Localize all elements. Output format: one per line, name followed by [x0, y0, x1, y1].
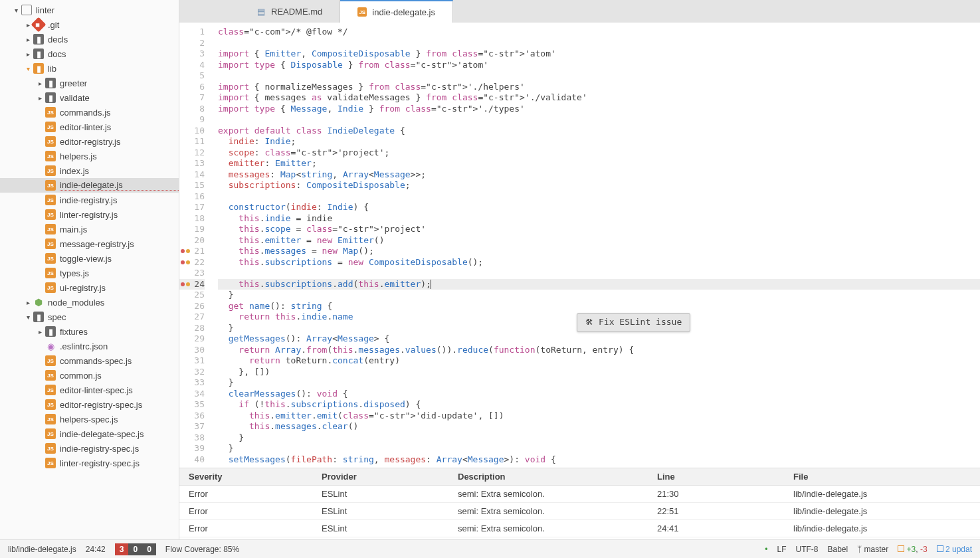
- tree-item-docs[interactable]: ▸▮docs: [0, 46, 179, 61]
- line-number[interactable]: 18: [179, 213, 205, 225]
- tree-item-helpers-js[interactable]: JShelpers.js: [0, 149, 179, 163]
- tree-item-greeter[interactable]: ▸▮greeter: [0, 76, 179, 90]
- tree-item-linter-registry-js[interactable]: JSlinter-registry.js: [0, 207, 179, 222]
- line-number[interactable]: 17: [179, 202, 205, 213]
- status-encoding[interactable]: UTF-8: [796, 545, 819, 554]
- line-number[interactable]: 10: [179, 126, 205, 137]
- col-line[interactable]: Line: [648, 468, 784, 485]
- tree-item-lib[interactable]: ▾▮lib: [0, 61, 179, 76]
- tree-item-types-js[interactable]: JStypes.js: [0, 266, 179, 280]
- line-number[interactable]: 28: [179, 323, 205, 334]
- code-line[interactable]: subscriptions: CompositeDisposable;: [218, 180, 980, 191]
- code-line[interactable]: }: [218, 290, 980, 301]
- code-line[interactable]: import { normalizeMessages } from class=…: [218, 82, 980, 93]
- code-line[interactable]: messages: Map<string, Array<Message>>;: [218, 169, 980, 181]
- flow-coverage[interactable]: Flow Coverage: 85%: [165, 545, 239, 554]
- tree-item-message-registry-js[interactable]: JSmessage-registry.js: [0, 236, 179, 251]
- tab-indie-delegate-js[interactable]: JSindie-delegate.js: [340, 0, 453, 23]
- code-line[interactable]: [218, 191, 980, 203]
- code-line[interactable]: scope: class="c-str">'project';: [218, 147, 980, 159]
- line-number[interactable]: 39: [179, 443, 205, 454]
- col-description[interactable]: Description: [448, 468, 648, 485]
- line-number[interactable]: 8: [179, 104, 205, 115]
- code-line[interactable]: }: [218, 377, 980, 389]
- line-number[interactable]: 30: [179, 345, 205, 356]
- code-line[interactable]: [218, 38, 980, 49]
- line-number[interactable]: 35: [179, 399, 205, 411]
- code-line[interactable]: import type { Message, Indie } from clas…: [218, 104, 980, 115]
- tree-item-helpers-spec-js[interactable]: JShelpers-spec.js: [0, 412, 179, 426]
- code-line[interactable]: if (!this.subscriptions.disposed) {: [218, 399, 980, 411]
- tree-item-indie-delegate-js[interactable]: JSindie-delegate.js: [0, 178, 179, 193]
- tab-README-md[interactable]: ▤README.md: [239, 0, 340, 23]
- linter-row[interactable]: ErrorESLintsemi: Extra semicolon.24:41li…: [179, 520, 980, 537]
- code-line[interactable]: this.emitter.emit(class="c-str">'did-upd…: [218, 411, 980, 422]
- line-number[interactable]: 15: [179, 180, 205, 191]
- tree-item-toggle-view-js[interactable]: JStoggle-view.js: [0, 251, 179, 266]
- col-file[interactable]: File: [784, 468, 980, 485]
- status-language[interactable]: Babel: [828, 545, 848, 554]
- tree-item-ui-registry-js[interactable]: JSui-registry.js: [0, 280, 179, 295]
- line-number[interactable]: 22: [179, 257, 205, 268]
- tree-item-node-modules[interactable]: ▸⬢node_modules: [0, 295, 179, 310]
- status-path[interactable]: lib/indie-delegate.js: [8, 545, 76, 554]
- tree-item-fixtures[interactable]: ▸▮fixtures: [0, 324, 179, 339]
- line-number[interactable]: 31: [179, 355, 205, 367]
- tree-item-common-js[interactable]: JScommon.js: [0, 368, 179, 383]
- git-branch[interactable]: ᛘ master: [857, 545, 888, 554]
- tree-item--eslintrc-json[interactable]: ◉.eslintrc.json: [0, 339, 179, 353]
- code-line[interactable]: }: [218, 432, 980, 444]
- quickfix-tooltip[interactable]: Fix ESLint issue: [577, 313, 690, 332]
- line-number[interactable]: 9: [179, 114, 205, 126]
- linter-badges[interactable]: 3 0 0: [115, 543, 156, 555]
- tree-item-validate[interactable]: ▸▮validate: [0, 90, 179, 105]
- code-line[interactable]: this.scope = class="c-str">'project': [218, 224, 980, 235]
- line-number[interactable]: 29: [179, 333, 205, 345]
- line-number[interactable]: 14: [179, 169, 205, 181]
- tree-item-indie-delegate-spec-js[interactable]: JSindie-delegate-spec.js: [0, 426, 179, 441]
- code-line[interactable]: this.subscriptions = new CompositeDispos…: [218, 257, 980, 268]
- line-number[interactable]: 36: [179, 411, 205, 422]
- code-line[interactable]: import { messages as validateMessages } …: [218, 92, 980, 104]
- code-line[interactable]: setMessages(filePath: string, messages: …: [218, 454, 980, 466]
- line-number[interactable]: 12: [179, 147, 205, 159]
- linter-row[interactable]: ErrorESLintsemi: Extra semicolon.21:30li…: [179, 486, 980, 503]
- line-number[interactable]: 25: [179, 290, 205, 301]
- line-number[interactable]: 32: [179, 367, 205, 378]
- line-number[interactable]: 5: [179, 70, 205, 82]
- line-number[interactable]: 20: [179, 235, 205, 246]
- code-line[interactable]: this.messages = new Map();: [218, 246, 980, 257]
- tree-item-editor-registry-spec-js[interactable]: JSeditor-registry-spec.js: [0, 397, 179, 412]
- code-line[interactable]: export default class IndieDelegate {: [218, 126, 980, 137]
- status-eol[interactable]: LF: [777, 545, 786, 554]
- tree-item-linter[interactable]: ▾linter: [0, 3, 179, 17]
- tree-item-editor-linter-js[interactable]: JSeditor-linter.js: [0, 120, 179, 134]
- code-line[interactable]: this.indie = indie: [218, 213, 980, 225]
- tree-item-spec[interactable]: ▾▮spec: [0, 310, 179, 324]
- code-line[interactable]: }, []): [218, 367, 980, 378]
- code-line[interactable]: constructor(indie: Indie) {: [218, 202, 980, 213]
- code-line[interactable]: class="c-com">/* @flow */: [218, 27, 980, 38]
- file-tree[interactable]: ▾linter▸◆.git▸▮decls▸▮docs▾▮lib▸▮greeter…: [0, 0, 179, 539]
- linter-row[interactable]: ErrorESLintsemi: Extra semicolon.22:51li…: [179, 503, 980, 520]
- line-number[interactable]: 27: [179, 312, 205, 323]
- line-number[interactable]: 13: [179, 158, 205, 169]
- line-number[interactable]: 7: [179, 92, 205, 104]
- code-line[interactable]: this.messages.clear(): [218, 421, 980, 432]
- git-diff[interactable]: +3, -3: [898, 545, 927, 554]
- line-number[interactable]: 38: [179, 432, 205, 444]
- line-number[interactable]: 1: [179, 27, 205, 38]
- tree-item-decls[interactable]: ▸▮decls: [0, 32, 179, 46]
- code-line[interactable]: import type { Disposable } from class="c…: [218, 60, 980, 71]
- col-provider[interactable]: Provider: [312, 468, 448, 485]
- line-number[interactable]: 16: [179, 191, 205, 203]
- line-number[interactable]: 37: [179, 421, 205, 432]
- tree-item--git[interactable]: ▸◆.git: [0, 17, 179, 32]
- code-line[interactable]: return Array.from(this.messages.values()…: [218, 345, 980, 356]
- status-position[interactable]: 24:42: [86, 545, 106, 554]
- tree-item-commands-spec-js[interactable]: JScommands-spec.js: [0, 353, 179, 368]
- line-number[interactable]: 6: [179, 82, 205, 93]
- code-line[interactable]: [218, 114, 980, 126]
- line-number[interactable]: 11: [179, 136, 205, 147]
- tree-item-commands-js[interactable]: JScommands.js: [0, 105, 179, 120]
